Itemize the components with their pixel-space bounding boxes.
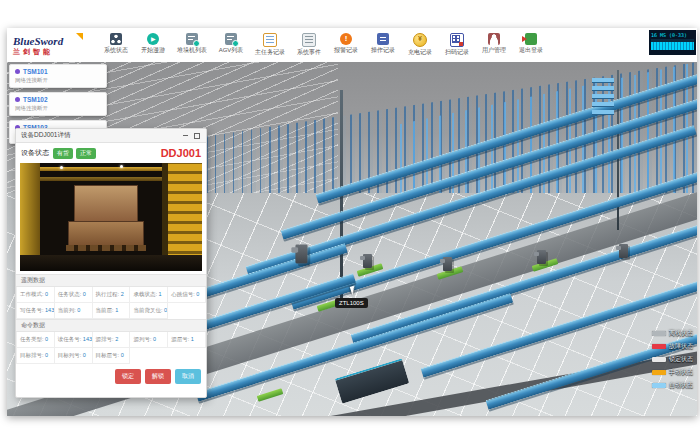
data-cell-value: 0 — [83, 352, 86, 358]
status-badges: 有货 正常 — [53, 148, 99, 159]
toolbar-item[interactable]: 退出登录 — [518, 33, 544, 57]
toolbar-item[interactable]: 系统事件 — [296, 33, 322, 57]
alert-device-name: TSM102 — [23, 96, 48, 103]
legend-row: 锁定状态 — [652, 355, 693, 364]
minimize-icon[interactable] — [181, 131, 190, 140]
telemetry-grid: 工作模式0 任务状态0 执行过程2 承载状态1 心跳信号 — [16, 287, 206, 319]
toolbar-item-label: 主任务记录 — [255, 48, 285, 57]
data-cell-value: 2 — [121, 291, 124, 297]
toolbar-item-label: AGV列表 — [219, 46, 244, 55]
data-cell-label: 工作模式 — [20, 291, 45, 297]
legend-row: 手动状态 — [652, 368, 693, 377]
robot-arm[interactable] — [619, 244, 628, 258]
toolbar-item[interactable]: 主任务记录 — [255, 33, 285, 57]
data-cell: 工作模式0 — [17, 287, 55, 303]
data-cell: 心跳信号0 — [168, 287, 206, 303]
toolbar-item[interactable]: 堆垛机列表 — [177, 33, 207, 57]
data-cell: 任务状态0 — [55, 287, 93, 303]
robot-arm[interactable] — [537, 250, 546, 264]
toolbar-item-label: 开始漫游 — [141, 46, 165, 55]
data-cell-label: 承载状态 — [133, 291, 158, 297]
data-cell: 目标排号0 — [17, 348, 55, 364]
legend-label: 故障状态 — [669, 342, 693, 351]
data-cell-value: 0 — [196, 291, 199, 297]
status-badge: 有货 — [53, 148, 73, 159]
data-cell-label: 执行过程 — [96, 291, 121, 297]
robot-arm[interactable] — [363, 254, 372, 268]
toolbar-item[interactable]: 报警记录 — [333, 33, 359, 57]
panel-actions: 锁定 解锁 取消 — [16, 364, 206, 384]
stacker-list-icon — [186, 33, 198, 45]
performance-stats-widget[interactable]: 16 MS (0-33) — [649, 30, 696, 55]
data-cell-value: 0 — [83, 291, 86, 297]
data-cell-value: 2 — [115, 336, 118, 342]
alert-toast[interactable]: TSM102 网络连接断开 — [9, 92, 107, 116]
data-cell-value: 1 — [191, 336, 194, 342]
screenshot-page: BlueSword 兰剑智能 系统状态 开始漫游 — [0, 0, 700, 440]
toolbar-item[interactable]: 扫码记录 — [444, 33, 470, 57]
data-cell-label: 源层号 — [171, 336, 191, 342]
toolbar-item-label: 充电记录 — [408, 48, 432, 57]
alert-toast[interactable]: TSM101 网络连接断开 — [9, 64, 107, 88]
task-record-icon — [263, 33, 277, 47]
bluesword-logo: BlueSword 兰剑智能 — [13, 36, 89, 55]
data-cell-value: 1 — [158, 291, 161, 297]
data-cell-label: 源排号 — [96, 336, 116, 342]
panel-action-button[interactable]: 锁定 — [115, 369, 141, 384]
rack-label-chip — [592, 102, 614, 107]
legend-swatch — [652, 344, 666, 349]
command-section-header: 命令数据 — [16, 319, 206, 332]
alert-dot-icon — [15, 69, 20, 74]
toolbar-item-label: 系统事件 — [297, 48, 321, 57]
data-cell: 承载状态1 — [130, 287, 168, 303]
legend-swatch — [652, 357, 666, 362]
toolbar-item-label: 操作记录 — [371, 46, 395, 55]
data-cell: 目标列号0 — [55, 348, 93, 364]
telemetry-section-header: 遥测数据 — [16, 274, 206, 287]
data-cell-value: 0 — [121, 352, 124, 358]
data-cell: 任务类型0 — [17, 332, 55, 348]
data-cell: 当前列0 — [55, 303, 93, 319]
data-cell-label: 任务状态 — [58, 291, 83, 297]
toolbar-item-label: 用户管理 — [482, 46, 506, 55]
data-cell-value: 0 — [164, 307, 167, 313]
alarm-record-icon — [340, 33, 352, 45]
panel-action-button[interactable]: 解锁 — [145, 369, 171, 384]
rack-label-chip — [592, 110, 614, 115]
toolbar-item[interactable]: 用户管理 — [481, 33, 507, 57]
toolbar-item-label: 扫码记录 — [445, 48, 469, 57]
logo-text-cn: 兰剑智能 — [13, 48, 89, 55]
panel-action-button[interactable]: 取消 — [175, 369, 201, 384]
legend-row: 离线状态 — [652, 329, 693, 338]
data-cell: 写任务号14367 — [17, 303, 55, 319]
data-cell-label: 目标排号 — [20, 352, 45, 358]
robot-arm[interactable] — [443, 257, 452, 271]
equipment-tooltip: ZTL100S — [335, 298, 368, 308]
agv-list-icon — [225, 33, 237, 45]
legend-swatch — [652, 370, 666, 375]
data-cell-label: 目标层号 — [96, 352, 121, 358]
status-label: 设备状态 — [21, 148, 49, 158]
data-cell: 读任务号14367 — [55, 332, 93, 348]
maximize-icon[interactable] — [192, 131, 201, 140]
app-window: BlueSword 兰剑智能 系统状态 开始漫游 — [7, 28, 697, 416]
data-cell-label: 当前列 — [58, 307, 78, 313]
toolbar-item[interactable]: 充电记录 — [407, 33, 433, 57]
toolbar-item[interactable]: AGV列表 — [218, 33, 244, 57]
toolbar-item[interactable]: 开始漫游 — [140, 33, 166, 57]
device-id: DDJ001 — [161, 147, 201, 159]
legend-swatch — [652, 331, 666, 336]
toolbar-item[interactable]: 系统状态 — [103, 33, 129, 57]
data-cell-value: 14367 — [45, 307, 55, 313]
toolbar-item-label: 系统状态 — [104, 46, 128, 55]
system-status-icon — [110, 33, 122, 45]
data-cell-label: 当前货叉位 — [133, 307, 164, 313]
data-cell: 源排号2 — [93, 332, 131, 348]
logout-icon — [525, 33, 537, 45]
panel-titlebar: 设备DDJ001详情 — [16, 129, 206, 143]
toolbar-item[interactable]: 操作记录 — [370, 33, 396, 57]
stats-readout: 16 MS (0-33) — [651, 32, 694, 38]
robot-arm[interactable] — [295, 245, 307, 264]
legend-row: 自动状态 — [652, 381, 693, 390]
alert-device-name: TSM101 — [23, 68, 48, 75]
